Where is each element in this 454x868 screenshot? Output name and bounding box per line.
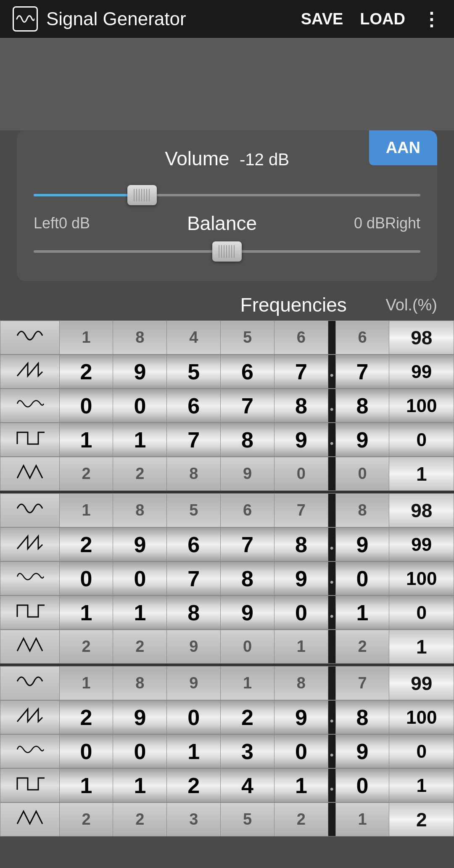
digit-cell[interactable]: 2 bbox=[59, 630, 113, 664]
vol-cell[interactable]: 1 bbox=[389, 630, 454, 664]
freq-extra-digit[interactable]: 8 bbox=[335, 389, 389, 423]
waveform-icon-cell[interactable] bbox=[0, 562, 60, 595]
digit-cell[interactable]: 5 bbox=[221, 803, 275, 836]
freq-row[interactable]: 2289001 bbox=[0, 457, 454, 491]
digit-cell[interactable]: 5 bbox=[167, 494, 221, 527]
waveform-icon-cell[interactable] bbox=[0, 701, 60, 734]
digit-cell[interactable]: 1 bbox=[59, 596, 113, 630]
digit-cell[interactable]: 4 bbox=[221, 769, 275, 802]
digit-cell[interactable]: 1 bbox=[274, 769, 328, 802]
digit-cell[interactable]: 9 bbox=[274, 562, 328, 595]
digit-cell[interactable]: 9 bbox=[113, 355, 167, 389]
digit-cell[interactable]: 8 bbox=[274, 667, 328, 700]
digit-cell[interactable]: 0 bbox=[113, 735, 167, 768]
digit-cell[interactable]: 2 bbox=[59, 355, 113, 389]
freq-extra-digit[interactable]: 1 bbox=[335, 596, 389, 630]
digit-cell[interactable]: 1 bbox=[59, 769, 113, 802]
freq-extra-digit[interactable]: 8 bbox=[335, 494, 389, 527]
freq-row[interactable]: 18567898 bbox=[0, 493, 454, 527]
digit-cell[interactable]: 1 bbox=[59, 321, 113, 355]
digit-cell[interactable]: 8 bbox=[113, 321, 167, 355]
digit-cell[interactable]: 8 bbox=[113, 494, 167, 527]
freq-extra-digit[interactable]: 9 bbox=[335, 528, 389, 561]
digit-cell[interactable]: 6 bbox=[274, 321, 328, 355]
digit-cell[interactable]: 9 bbox=[113, 528, 167, 561]
digit-cell[interactable]: 0 bbox=[59, 735, 113, 768]
vol-cell[interactable]: 0 bbox=[389, 735, 454, 768]
freq-row[interactable]: 29567•799 bbox=[0, 355, 454, 389]
digit-cell[interactable]: 1 bbox=[113, 596, 167, 630]
digit-cell[interactable]: 0 bbox=[221, 630, 275, 664]
digit-cell[interactable]: 6 bbox=[167, 389, 221, 423]
freq-extra-digit[interactable]: 7 bbox=[335, 355, 389, 389]
digit-cell[interactable]: 1 bbox=[59, 423, 113, 457]
freq-row[interactable]: 18456698 bbox=[0, 320, 454, 355]
vol-cell[interactable]: 1 bbox=[389, 457, 454, 491]
waveform-icon-cell[interactable] bbox=[0, 630, 60, 664]
digit-cell[interactable]: 0 bbox=[113, 389, 167, 423]
digit-cell[interactable]: 7 bbox=[221, 389, 275, 423]
balance-thumb[interactable] bbox=[212, 241, 242, 262]
digit-cell[interactable]: 0 bbox=[59, 389, 113, 423]
waveform-icon-cell[interactable] bbox=[0, 667, 60, 700]
freq-extra-digit[interactable]: 9 bbox=[335, 423, 389, 457]
digit-cell[interactable]: 2 bbox=[113, 457, 167, 491]
save-button[interactable]: SAVE bbox=[301, 10, 343, 28]
waveform-icon-cell[interactable] bbox=[0, 389, 60, 423]
freq-extra-digit[interactable]: 0 bbox=[335, 562, 389, 595]
freq-extra-digit[interactable]: 7 bbox=[335, 667, 389, 700]
vol-cell[interactable]: 100 bbox=[389, 389, 454, 423]
freq-row[interactable]: 00789•0100 bbox=[0, 561, 454, 595]
digit-cell[interactable]: 1 bbox=[59, 494, 113, 527]
aan-button[interactable]: AAN bbox=[369, 130, 437, 165]
waveform-icon-cell[interactable] bbox=[0, 423, 60, 457]
volume-slider[interactable] bbox=[34, 183, 420, 208]
vol-cell[interactable]: 98 bbox=[389, 494, 454, 527]
vol-cell[interactable]: 99 bbox=[389, 667, 454, 700]
digit-cell[interactable]: 2 bbox=[221, 701, 275, 734]
digit-cell[interactable]: 6 bbox=[167, 528, 221, 561]
digit-cell[interactable]: 8 bbox=[167, 596, 221, 630]
freq-extra-digit[interactable]: 0 bbox=[335, 769, 389, 802]
digit-cell[interactable]: 1 bbox=[167, 735, 221, 768]
digit-cell[interactable]: 2 bbox=[59, 457, 113, 491]
digit-cell[interactable]: 9 bbox=[274, 701, 328, 734]
digit-cell[interactable]: 3 bbox=[221, 735, 275, 768]
freq-row[interactable]: 11890•10 bbox=[0, 595, 454, 630]
vol-cell[interactable]: 100 bbox=[389, 562, 454, 595]
freq-row[interactable]: 29029•8100 bbox=[0, 700, 454, 734]
freq-row[interactable]: 11241•01 bbox=[0, 768, 454, 802]
waveform-icon-cell[interactable] bbox=[0, 596, 60, 630]
waveform-icon-cell[interactable] bbox=[0, 803, 60, 836]
digit-cell[interactable]: 0 bbox=[274, 596, 328, 630]
freq-row[interactable]: 29678•999 bbox=[0, 527, 454, 561]
digit-cell[interactable]: 0 bbox=[59, 562, 113, 595]
digit-cell[interactable]: 9 bbox=[167, 630, 221, 664]
waveform-icon-cell[interactable] bbox=[0, 321, 60, 355]
digit-cell[interactable]: 5 bbox=[221, 321, 275, 355]
balance-slider[interactable] bbox=[34, 239, 420, 264]
digit-cell[interactable]: 0 bbox=[274, 735, 328, 768]
digit-cell[interactable]: 7 bbox=[274, 355, 328, 389]
digit-cell[interactable]: 8 bbox=[274, 389, 328, 423]
digit-cell[interactable]: 2 bbox=[113, 803, 167, 836]
digit-cell[interactable]: 1 bbox=[274, 630, 328, 664]
digit-cell[interactable]: 9 bbox=[167, 667, 221, 700]
vol-cell[interactable]: 1 bbox=[389, 769, 454, 802]
digit-cell[interactable]: 2 bbox=[113, 630, 167, 664]
digit-cell[interactable]: 2 bbox=[59, 528, 113, 561]
freq-extra-digit[interactable]: 1 bbox=[335, 803, 389, 836]
digit-cell[interactable]: 7 bbox=[221, 528, 275, 561]
menu-icon[interactable]: ⋮ bbox=[422, 8, 441, 30]
volume-thumb[interactable] bbox=[127, 185, 157, 205]
digit-cell[interactable]: 0 bbox=[167, 701, 221, 734]
waveform-icon-cell[interactable] bbox=[0, 355, 60, 389]
vol-cell[interactable]: 0 bbox=[389, 596, 454, 630]
digit-cell[interactable]: 6 bbox=[221, 355, 275, 389]
vol-cell[interactable]: 98 bbox=[389, 321, 454, 355]
freq-extra-digit[interactable]: 2 bbox=[335, 630, 389, 664]
digit-cell[interactable]: 8 bbox=[113, 667, 167, 700]
digit-cell[interactable]: 5 bbox=[167, 355, 221, 389]
vol-cell[interactable]: 2 bbox=[389, 803, 454, 836]
digit-cell[interactable]: 9 bbox=[274, 423, 328, 457]
